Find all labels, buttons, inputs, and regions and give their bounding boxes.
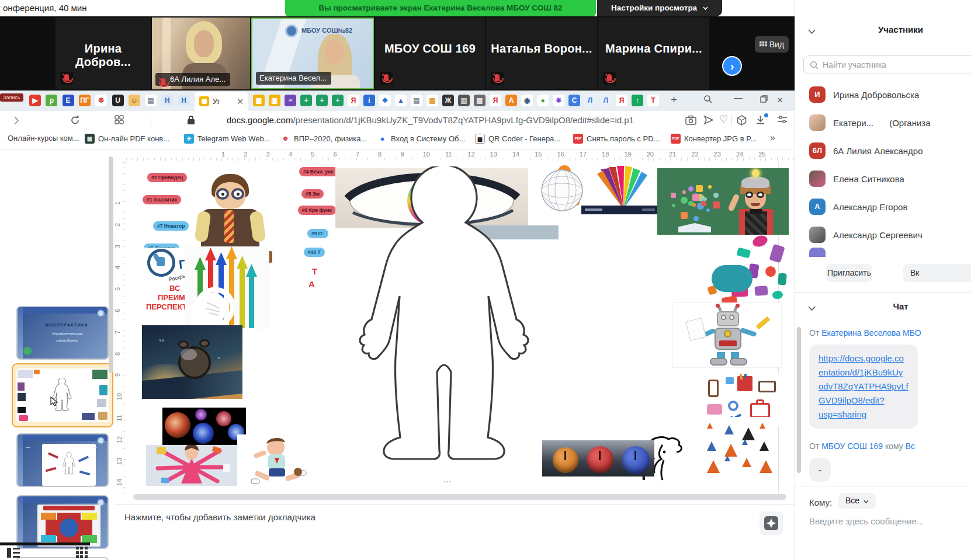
browser-tab[interactable]: Н: [161, 95, 173, 106]
browser-tab[interactable]: С: [568, 95, 580, 106]
browser-tab[interactable]: ▥: [458, 95, 470, 106]
browser-tab[interactable]: Я: [616, 95, 627, 106]
video-tile[interactable]: МБОУ СОШ№82Екатерина Весел...: [251, 18, 374, 89]
share-icon[interactable]: [703, 115, 714, 127]
browser-tab[interactable]: ◉: [521, 95, 533, 106]
browser-tab[interactable]: Ж: [442, 95, 454, 106]
browser-tab[interactable]: ❖: [379, 95, 391, 106]
participant-row[interactable]: Александр Сергеевич: [795, 221, 971, 249]
notes-resize-handle[interactable]: ⋯: [436, 476, 459, 487]
slide-image-rainbow-arrows-head[interactable]: [185, 246, 269, 329]
browser-tab[interactable]: ▣: [269, 95, 280, 106]
browser-tab[interactable]: i: [363, 95, 375, 106]
chat-link-line[interactable]: entation/d/1jKBu9kUy: [819, 366, 908, 380]
chat-link-line[interactable]: GVD9ilpO8/edit?: [819, 394, 908, 408]
download-icon[interactable]: [755, 115, 765, 127]
video-tile[interactable]: Марина Спири...: [598, 18, 709, 89]
browser-tab[interactable]: +: [332, 95, 344, 106]
browser-tab[interactable]: ▶: [29, 95, 41, 106]
browser-tab[interactable]: ☸: [95, 95, 107, 106]
chat-scrollbar[interactable]: [797, 327, 801, 473]
browser-tab[interactable]: Е: [63, 95, 74, 106]
bookmark-item[interactable]: Онлайн-курсы ком...: [8, 134, 79, 142]
screenshot-camera-icon[interactable]: [685, 115, 696, 127]
view-button[interactable]: Вид: [755, 36, 789, 53]
browser-tab[interactable]: ПГ: [79, 95, 91, 106]
browser-tab[interactable]: +: [316, 95, 328, 106]
slide-canvas[interactable]: #2 Провидец#1 Аналитик#7 Новатор#8 Фанат…: [126, 161, 795, 493]
slide-image-growth-arrows[interactable]: [703, 417, 778, 475]
slide-thumbnail-1[interactable]: ИННОПРАКТИКА Управленческая mind-fitness: [16, 306, 109, 360]
slide-image-running-boy[interactable]: [237, 434, 326, 487]
chat-message-input[interactable]: Введите здесь сообщение...: [809, 516, 924, 526]
video-tile[interactable]: 6А Лилия Але...: [152, 18, 250, 89]
bookmark-item[interactable]: ▦Он-лайн PDF конв...: [85, 134, 169, 144]
browser-tab[interactable]: U: [112, 95, 124, 106]
slide-image-wireframe-sphere[interactable]: [536, 168, 588, 213]
video-tile[interactable]: Наталья Ворон...: [486, 18, 597, 89]
tab-search-icon[interactable]: [703, 95, 713, 106]
browser-tab[interactable]: Я: [490, 95, 501, 106]
bookmark-item[interactable]: ✈Telegram Web Web...: [184, 134, 271, 144]
browser-tab[interactable]: Я: [348, 95, 359, 106]
bookmark-item[interactable]: ●Вход в Систему Об...: [377, 134, 465, 144]
chat-link-line[interactable]: odvT8ZqYATPHA9pvLf: [819, 380, 908, 394]
lock-icon[interactable]: [187, 115, 195, 127]
browser-tab[interactable]: ▣: [253, 95, 265, 106]
participant-row[interactable]: 6Л6А Лилия Александро: [795, 137, 971, 165]
speaker-notes[interactable]: Нажмите, чтобы добавить заметки докладчи…: [115, 505, 795, 560]
browser-tab[interactable]: +: [300, 95, 312, 106]
chat-link-line[interactable]: usp=sharing: [819, 408, 908, 422]
browser-tab[interactable]: ▩: [474, 95, 486, 106]
browser-tab[interactable]: ▦: [426, 95, 438, 106]
browser-tab[interactable]: Л: [584, 95, 596, 106]
active-tab[interactable]: Уг ✕: [195, 92, 248, 111]
tab-close-icon[interactable]: ✕: [237, 97, 244, 106]
window-restore-button[interactable]: [760, 95, 768, 105]
tune-settings-icon[interactable]: [777, 115, 788, 127]
bookmark-item[interactable]: ☸ВПР–2020, физика...: [280, 134, 367, 144]
slide-thumbnail-2-selected[interactable]: [12, 363, 113, 427]
view-settings-button[interactable]: Настройки просмотра: [597, 0, 722, 16]
favorite-heart-icon[interactable]: ♡: [719, 113, 728, 126]
bookmarks-overflow-icon[interactable]: »: [770, 133, 775, 143]
forward-icon[interactable]: [13, 115, 20, 128]
participant-row[interactable]: Елена Ситникова: [795, 165, 971, 193]
bookmark-item[interactable]: PDFКонвертер JPG в P...: [671, 134, 757, 144]
mute-all-button[interactable]: Вк: [903, 264, 971, 282]
window-minimize-button[interactable]: —: [734, 92, 743, 102]
slide-thumbnail-4[interactable]: [16, 495, 109, 549]
bookmark-item[interactable]: PDFСнять пароль с PD...: [573, 134, 660, 144]
apps-grid-icon[interactable]: [115, 115, 124, 127]
invite-button[interactable]: Пригласить: [826, 264, 872, 282]
send-to-dropdown[interactable]: Все: [838, 493, 876, 509]
horizontal-scrollbar[interactable]: [133, 494, 786, 500]
slide-image-alarm-clock[interactable]: ᵥ ᵥ ᵥ: [142, 325, 242, 399]
extensions-cube-icon[interactable]: [737, 115, 747, 128]
browser-tab[interactable]: ▤: [411, 95, 422, 106]
browser-tab[interactable]: A: [505, 95, 517, 106]
browser-tab[interactable]: ▲: [395, 95, 407, 106]
participant-row[interactable]: Екатери...(Организа: [795, 109, 971, 137]
slide-image-multitask-woman[interactable]: [146, 445, 237, 486]
slide-image-chalkboard-kid[interactable]: [657, 168, 789, 235]
video-tile[interactable]: МБОУ СОШ 169: [375, 18, 485, 89]
browser-tab[interactable]: Л: [600, 95, 612, 106]
slide-image-robot[interactable]: [672, 302, 782, 368]
browser-tab[interactable]: p: [46, 95, 57, 106]
slide-image-galaxies[interactable]: [162, 408, 246, 445]
browser-tab[interactable]: ☺: [129, 95, 140, 106]
slide-human-outline[interactable]: [349, 166, 539, 471]
slide-image-color-clocks[interactable]: [542, 440, 654, 476]
browser-tab[interactable]: ≡: [285, 95, 296, 106]
participant-row[interactable]: ААлександр Егоров: [795, 193, 971, 221]
video-tile[interactable]: Ирина Добров...: [56, 18, 151, 89]
slide-thumbnail-5[interactable]: Чем наполнена голова управленца?: [16, 557, 109, 560]
browser-tab[interactable]: ❋: [553, 95, 564, 106]
next-participants-button[interactable]: ›: [722, 56, 742, 76]
url-bar[interactable]: docs.google.com/presentation/d/1jKBu9kUy…: [227, 115, 682, 126]
new-tab-button[interactable]: +: [671, 93, 677, 106]
filmstrip-view-icon[interactable]: [7, 548, 20, 558]
chat-link-line[interactable]: https://docs.google.co: [819, 352, 908, 366]
slide-thumbnail-3[interactable]: ▪▪▪▪▪ ▪▪▪▪: [16, 433, 109, 487]
